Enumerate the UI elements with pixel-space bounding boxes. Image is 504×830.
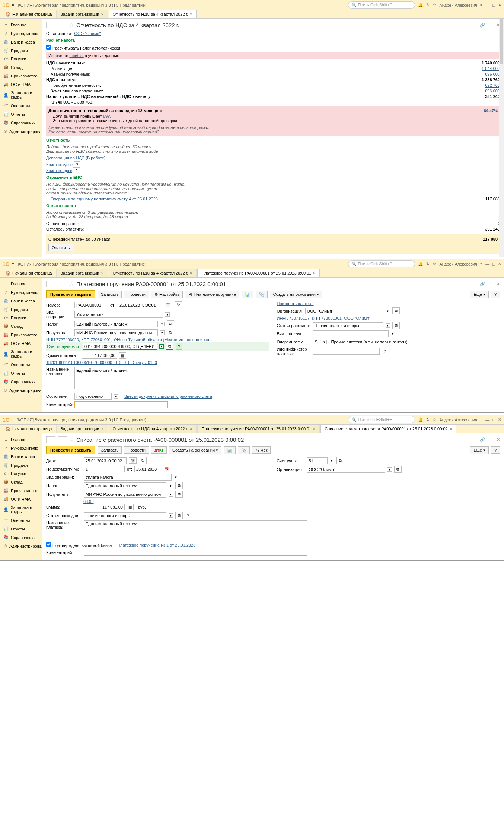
- favorite-icon[interactable]: ☆: [69, 437, 74, 443]
- link-icon[interactable]: 🔗: [480, 23, 485, 28]
- settings-icon[interactable]: ≡: [480, 262, 482, 266]
- settings-icon[interactable]: ≡: [480, 418, 482, 422]
- search-input[interactable]: 🔍 Поиск Ctrl+Shift+F: [348, 1, 415, 9]
- dropdown-icon[interactable]: ▾: [169, 484, 173, 488]
- back-button[interactable]: ←: [46, 22, 55, 28]
- code-link[interactable]: 18201061201010000510; 70000000; 0; 0; 0;…: [46, 360, 157, 365]
- org-input[interactable]: [307, 466, 385, 473]
- sidebar-item[interactable]: 🛍Покупки: [0, 55, 42, 63]
- dropdown-icon[interactable]: ▾: [386, 323, 390, 328]
- value-link[interactable]: 692 760: [470, 83, 500, 88]
- sidebar-item[interactable]: 🏦Банк и касса: [0, 297, 42, 305]
- back-button[interactable]: ←: [46, 281, 55, 287]
- kebab-icon[interactable]: ⋮: [489, 437, 493, 442]
- sidebar-item[interactable]: 🛍Покупки: [0, 469, 42, 478]
- sidebar-item[interactable]: 🛒Продажи: [0, 461, 42, 469]
- settings-icon[interactable]: ≡: [480, 3, 482, 7]
- help-icon[interactable]: ?: [176, 343, 182, 350]
- calc-icon[interactable]: ▦: [127, 504, 134, 510]
- more-button[interactable]: Еще ▾: [470, 291, 488, 298]
- user-name[interactable]: Андрей Алексеевич: [439, 262, 477, 266]
- pay-button[interactable]: Оплатить: [48, 244, 73, 251]
- declaration-link[interactable]: Декларация по НДС (В работе): [46, 156, 105, 160]
- maximize-icon[interactable]: □: [492, 262, 495, 266]
- sidebar-item[interactable]: 🛒Продажи: [0, 305, 42, 314]
- value-link[interactable]: 1 044 000: [470, 66, 500, 71]
- dropdown-icon[interactable]: ▾: [387, 467, 392, 472]
- number-input[interactable]: [74, 302, 108, 308]
- minimize-icon[interactable]: —: [485, 418, 489, 422]
- sidebar-item[interactable]: 🏦Банк и касса: [0, 452, 42, 461]
- tab-vat-report[interactable]: Отчетность по НДС за 4 квартал 2022 г.✕: [109, 10, 197, 18]
- close-icon[interactable]: ✕: [498, 262, 501, 266]
- open-icon[interactable]: ⧉: [394, 466, 402, 473]
- search-input[interactable]: 🔍 Поиск Ctrl+Shift+F: [348, 416, 415, 423]
- tax-input[interactable]: [74, 321, 158, 327]
- dropdown-icon[interactable]: ▾: [114, 394, 118, 399]
- sidebar-item[interactable]: ≡Главное: [0, 435, 42, 444]
- amount-input[interactable]: [82, 352, 117, 359]
- payment-type-input[interactable]: [313, 330, 389, 337]
- back-button[interactable]: ←: [46, 436, 55, 443]
- forward-button[interactable]: →: [58, 436, 67, 443]
- sidebar-item[interactable]: 👤Зарплата и кадры: [0, 503, 42, 516]
- save-button[interactable]: Записать: [98, 291, 122, 298]
- sidebar-item[interactable]: 📚Справочники: [0, 533, 42, 542]
- maximize-icon[interactable]: □: [492, 3, 495, 7]
- user-name[interactable]: Андрей Алексеевич: [439, 3, 477, 7]
- sidebar-item[interactable]: 🚚ОС и НМА: [0, 80, 42, 89]
- create-based-button[interactable]: Создать на основании ▾: [270, 291, 322, 298]
- create-based-button[interactable]: Создать на основании ▾: [169, 446, 221, 454]
- pct-link[interactable]: 89,47%: [468, 108, 498, 113]
- struct-button[interactable]: 📊: [224, 446, 236, 454]
- org-input[interactable]: [305, 308, 383, 314]
- sidebar-item[interactable]: 📊Отчеты: [0, 369, 42, 377]
- dropdown-icon[interactable]: ▾: [169, 492, 173, 497]
- dropdown-icon[interactable]: ▾: [322, 340, 327, 344]
- tab-vat-report[interactable]: Отчетность по НДС за 4 квартал 2022 г.✕: [109, 425, 197, 433]
- tab-payment-order[interactable]: Платежное поручение РА00-000001 от 25.01…: [197, 425, 320, 433]
- dropdown-icon[interactable]: ▾: [391, 332, 395, 336]
- print-button[interactable]: 🖨 Платежное поручение: [185, 291, 239, 298]
- sidebar-item[interactable]: 📦Склад: [0, 322, 42, 330]
- doc-date-input[interactable]: [134, 466, 160, 472]
- bell-icon[interactable]: 🔔: [418, 262, 423, 266]
- open-icon[interactable]: ⧉: [167, 329, 174, 336]
- forward-button[interactable]: →: [58, 281, 67, 287]
- sidebar-item[interactable]: 🏭Производство: [0, 486, 42, 495]
- sidebar-item[interactable]: 🛒Продажи: [0, 46, 42, 55]
- sidebar-item[interactable]: 🚚ОС и НМА: [0, 339, 42, 348]
- repeat-link[interactable]: Повторять платеж?: [277, 301, 314, 306]
- auto-calc-checkbox[interactable]: Рассчитывать налог автоматически: [46, 46, 120, 50]
- threshold-link[interactable]: 89%: [103, 114, 111, 118]
- post-close-button[interactable]: Провести и закрыть: [46, 290, 95, 298]
- operation-type-input[interactable]: [84, 474, 172, 481]
- menu-icon[interactable]: ≡: [12, 262, 14, 266]
- open-icon[interactable]: ⧉: [166, 343, 173, 350]
- close-icon[interactable]: ✕: [189, 12, 192, 16]
- close-icon[interactable]: ✕: [498, 3, 501, 7]
- create-writeoff-link[interactable]: Ввести документ списания с расчетного сч…: [124, 394, 212, 399]
- dropdown-icon[interactable]: ▾: [159, 344, 164, 349]
- history-icon[interactable]: ↻: [426, 262, 430, 266]
- minimize-icon[interactable]: —: [485, 262, 489, 266]
- sidebar-item[interactable]: 📊Отчеты: [0, 110, 42, 118]
- calendar-icon[interactable]: 📅: [163, 466, 170, 472]
- history-icon[interactable]: ↻: [426, 417, 430, 422]
- post-close-button[interactable]: Провести и закрыть: [46, 446, 95, 454]
- dt-kt-button[interactable]: ДтКт: [151, 446, 167, 454]
- forward-button[interactable]: →: [58, 22, 67, 28]
- sidebar-item[interactable]: 👤Зарплата и кадры: [0, 89, 42, 101]
- maximize-icon[interactable]: □: [492, 418, 495, 422]
- refresh-icon[interactable]: ↻: [175, 301, 182, 308]
- account-input[interactable]: [83, 343, 157, 350]
- struct-button[interactable]: 📊: [242, 291, 253, 298]
- sidebar-item[interactable]: ⚙Администрирование: [0, 542, 42, 550]
- open-icon[interactable]: ⧉: [167, 320, 174, 327]
- sidebar-item[interactable]: ≡Главное: [0, 21, 42, 29]
- org-link[interactable]: ООО "Олимп": [74, 31, 101, 36]
- sidebar-item[interactable]: ᴬᵞОперации: [0, 360, 42, 369]
- bell-icon[interactable]: 🔔: [418, 417, 423, 422]
- account-link[interactable]: 68.90: [83, 499, 94, 504]
- dropdown-icon[interactable]: ▾: [174, 475, 178, 479]
